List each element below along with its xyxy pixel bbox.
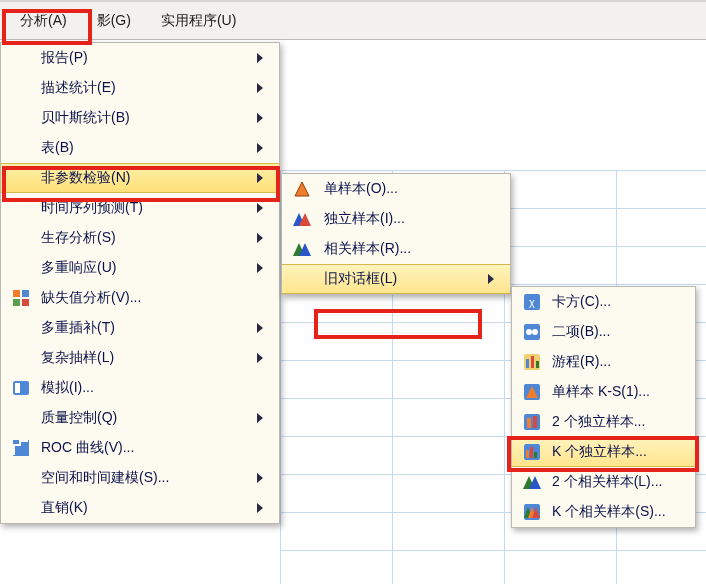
legacy-indepk[interactable]: K 个独立样本... [512,437,695,467]
svg-rect-18 [526,359,529,368]
chevron-right-icon [257,143,263,153]
svg-rect-29 [534,452,537,458]
runs-icon [522,352,542,372]
chevron-right-icon [257,503,263,513]
menubar: 分析(A) 影(G) 实用程序(U) [0,0,706,40]
two-related-icon [522,472,542,492]
chevron-right-icon [257,83,263,93]
chevron-right-icon [257,203,263,213]
mosaic-icon [11,288,31,308]
menu-direct[interactable]: 直销(K) [1,493,279,523]
menu-graphs[interactable]: 影(G) [85,8,143,34]
legacy-chisq[interactable]: χ 卡方(C)... [512,287,695,317]
menu-simulation[interactable]: 模拟(I)... [1,373,279,403]
submenu-related[interactable]: 相关样本(R)... [282,234,510,264]
svg-point-15 [526,329,532,335]
menu-spacetime[interactable]: 空间和时间建模(S)... [1,463,279,493]
svg-rect-3 [22,299,29,306]
legacy-relk[interactable]: K 个相关样本(S)... [512,497,695,527]
blue-triangle-icon [292,209,312,229]
chevron-right-icon [257,113,263,123]
chi-icon: χ [522,292,542,312]
chevron-right-icon [257,233,263,243]
submenu-legacy[interactable]: 旧对话框(L) [282,264,510,294]
svg-rect-20 [536,361,539,368]
svg-rect-2 [13,299,20,306]
menu-analyze[interactable]: 分析(A) [8,8,79,34]
menu-utilities[interactable]: 实用程序(U) [149,8,248,34]
orange-triangle-icon [292,179,312,199]
chevron-right-icon [257,413,263,423]
svg-text:χ: χ [529,296,535,308]
roc-icon [11,438,31,458]
svg-point-16 [532,329,538,335]
chevron-right-icon [257,263,263,273]
menu-multiresp[interactable]: 多重响应(U) [1,253,279,283]
menu-quality[interactable]: 质量控制(Q) [1,403,279,433]
menu-nonparametric[interactable]: 非参数检验(N) [1,163,279,193]
submenu-onesample[interactable]: 单样本(O)... [282,174,510,204]
chevron-right-icon [257,323,263,333]
legacy-submenu: χ 卡方(C)... 二项(B)... 游程(R)... 单样本 K-S(1).… [511,286,696,528]
menu-missing[interactable]: 缺失值分析(V)... [1,283,279,313]
svg-rect-5 [15,383,20,393]
chevron-right-icon [257,53,263,63]
menu-survival[interactable]: 生存分析(S) [1,223,279,253]
svg-rect-24 [527,418,531,428]
two-bars-icon [522,412,542,432]
menu-complex[interactable]: 复杂抽样(L) [1,343,279,373]
submenu-independent[interactable]: 独立样本(I)... [282,204,510,234]
menu-reports[interactable]: 报告(P) [1,43,279,73]
ks-icon [522,382,542,402]
legacy-ks1[interactable]: 单样本 K-S(1)... [512,377,695,407]
binomial-icon [522,322,542,342]
svg-rect-23 [524,414,540,430]
svg-rect-28 [530,447,533,458]
menu-descriptives[interactable]: 描述统计(E) [1,73,279,103]
legacy-rel2[interactable]: 2 个相关样本(L)... [512,467,695,497]
chevron-right-icon [257,473,263,483]
menu-multimputation[interactable]: 多重插补(T) [1,313,279,343]
nonparametric-submenu: 单样本(O)... 独立样本(I)... 相关样本(R)... 旧对话框(L) [281,173,511,295]
k-bars-icon [522,442,542,462]
chevron-right-icon [488,274,494,284]
chevron-right-icon [257,173,263,183]
svg-rect-0 [13,290,20,297]
svg-marker-7 [295,182,309,196]
menu-bayes[interactable]: 贝叶斯统计(B) [1,103,279,133]
legacy-runs[interactable]: 游程(R)... [512,347,695,377]
menu-timeseries[interactable]: 时间序列预测(T) [1,193,279,223]
legacy-indep2[interactable]: 2 个独立样本... [512,407,695,437]
legacy-binomial[interactable]: 二项(B)... [512,317,695,347]
menu-tables[interactable]: 表(B) [1,133,279,163]
svg-rect-1 [22,290,29,297]
menu-roc[interactable]: ROC 曲线(V)... [1,433,279,463]
analyze-dropdown: 报告(P) 描述统计(E) 贝叶斯统计(B) 表(B) 非参数检验(N) 时间序… [0,42,280,524]
chevron-right-icon [257,353,263,363]
k-related-icon [522,502,542,522]
simulation-icon [11,378,31,398]
svg-rect-25 [533,416,537,428]
svg-rect-19 [531,356,534,368]
svg-rect-27 [526,450,529,458]
green-triangle-icon [292,239,312,259]
